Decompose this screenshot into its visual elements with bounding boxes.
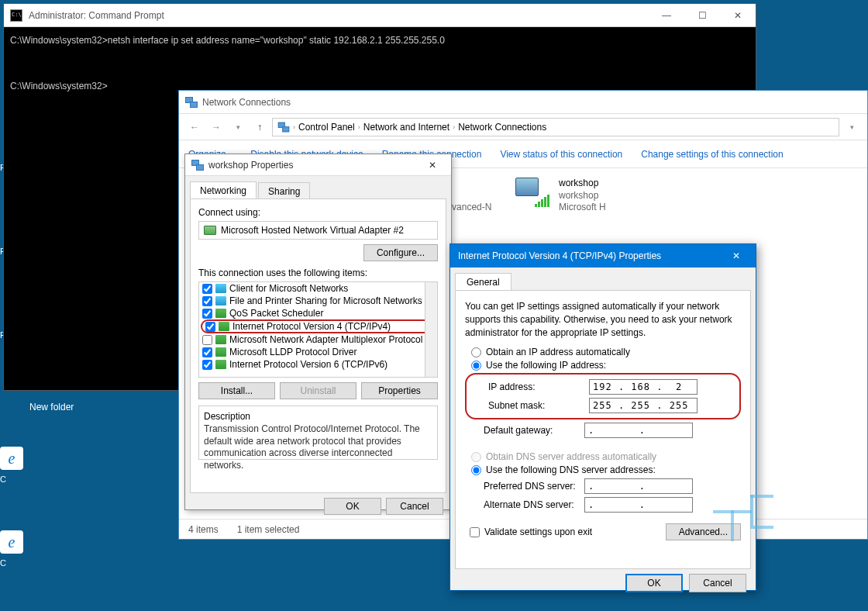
ip-address-label: IP address: — [488, 381, 589, 392]
install-button[interactable]: Install... — [198, 382, 275, 399]
checkbox[interactable] — [202, 347, 212, 357]
list-item[interactable]: File and Printer Sharing for Microsoft N… — [199, 295, 437, 307]
validate-row[interactable]: Validate settings upon exit Advanced... — [470, 523, 741, 540]
nc-titlebar[interactable]: Network Connections — [179, 91, 867, 114]
ipv4-body: You can get IP settings assigned automat… — [455, 290, 751, 569]
description-box: Description Transmission Control Protoco… — [198, 406, 438, 460]
protocol-icon — [215, 309, 226, 318]
connection-item-workshop[interactable]: workshop workshop Microsoft H — [514, 178, 607, 226]
ie-icon[interactable]: e — [0, 530, 23, 554]
validate-checkbox[interactable] — [470, 527, 480, 537]
checkbox[interactable] — [202, 284, 212, 294]
refresh-button[interactable]: ▾ — [842, 118, 861, 136]
close-button[interactable]: ✕ — [725, 247, 748, 265]
alternate-dns-input[interactable] — [584, 497, 693, 513]
scrollbar[interactable] — [425, 282, 437, 377]
close-button[interactable]: ✕ — [420, 157, 445, 174]
list-item-ipv4[interactable]: Internet Protocol Version 4 (TCP/IPv4) — [201, 319, 436, 333]
maximize-button[interactable]: ☐ — [684, 4, 720, 27]
radio-dns-auto: Obtain DNS server address automatically — [471, 451, 741, 462]
list-item[interactable]: Internet Protocol Version 6 (TCP/IPv6) — [199, 358, 437, 371]
breadcrumb-item[interactable]: Network Connections — [458, 122, 546, 133]
cancel-button[interactable]: Cancel — [689, 574, 746, 592]
items-label: This connection uses the following items… — [198, 268, 438, 278]
list-item[interactable]: Client for Microsoft Networks — [199, 282, 437, 295]
nc-nav: ← → ▾ ↑ › Control Panel › Network and In… — [179, 114, 867, 140]
radio-use-following[interactable]: Use the following IP address: — [471, 360, 741, 371]
ie-icon[interactable]: e — [0, 447, 23, 470]
radio[interactable] — [471, 361, 481, 371]
radio[interactable] — [471, 347, 481, 357]
protocol-icon — [215, 296, 226, 306]
radio — [471, 452, 481, 462]
adapter-field: Microsoft Hosted Network Virtual Adapter… — [198, 221, 438, 240]
clipped-text: C — [0, 473, 6, 485]
breadcrumb-item[interactable]: Control Panel — [298, 122, 355, 133]
preferred-dns-label: Preferred DNS server: — [484, 481, 584, 492]
minimize-button[interactable]: — — [649, 4, 684, 27]
network-icon — [191, 160, 204, 171]
subnet-mask-input[interactable] — [589, 398, 698, 413]
up-button[interactable]: ↑ — [250, 118, 269, 136]
view-status-button[interactable]: View status of this connection — [500, 149, 622, 160]
ok-button[interactable]: OK — [625, 574, 683, 592]
list-item[interactable]: QoS Packet Scheduler — [199, 307, 437, 319]
radio[interactable] — [471, 465, 481, 475]
subnet-mask-label: Subnet mask: — [488, 400, 589, 411]
props-title: workshop Properties — [208, 160, 420, 171]
checkbox[interactable] — [202, 335, 212, 345]
description-label: Description — [204, 411, 432, 422]
checkbox[interactable] — [205, 322, 215, 332]
cancel-button[interactable]: Cancel — [386, 498, 443, 515]
configure-button[interactable]: Configure... — [363, 244, 438, 261]
list-item[interactable]: Microsoft LLDP Protocol Driver — [199, 346, 437, 358]
properties-button[interactable]: Properties — [361, 382, 438, 399]
ipv4-title: Internet Protocol Version 4 (TCP/IPv4) P… — [458, 250, 725, 261]
ok-button[interactable]: OK — [324, 498, 381, 515]
cmd-titlebar[interactable]: Administrator: Command Prompt — ☐ ✕ — [4, 4, 756, 27]
nc-title: Network Connections — [202, 97, 867, 108]
protocol-icon — [215, 360, 226, 369]
chevron-right-icon: › — [453, 123, 455, 131]
tab-networking[interactable]: Networking — [190, 181, 257, 199]
ip-address-input[interactable] — [589, 379, 698, 395]
network-icon — [185, 97, 198, 108]
clipped-text: C — [0, 557, 6, 569]
chevron-right-icon: › — [358, 123, 360, 131]
breadcrumb[interactable]: › Control Panel › Network and Internet ›… — [272, 118, 839, 136]
checkbox[interactable] — [202, 296, 212, 306]
protocol-list[interactable]: Client for Microsoft Networks File and P… — [198, 281, 438, 378]
ipv4-titlebar[interactable]: Internet Protocol Version 4 (TCP/IPv4) P… — [450, 244, 756, 268]
props-tabs: Networking Sharing — [185, 176, 451, 198]
desktop-folder-label[interactable]: New folder — [29, 402, 74, 413]
connect-using-label: Connect using: — [198, 207, 438, 218]
protocol-icon — [215, 284, 226, 293]
props-titlebar[interactable]: workshop Properties ✕ — [185, 154, 451, 176]
workshop-properties-dialog: workshop Properties ✕ Networking Sharing… — [184, 154, 452, 510]
close-button[interactable]: ✕ — [720, 4, 756, 27]
protocol-icon — [219, 322, 229, 331]
ipv4-properties-dialog: Internet Protocol Version 4 (TCP/IPv4) P… — [450, 243, 756, 591]
history-button[interactable]: ▾ — [229, 118, 247, 136]
breadcrumb-item[interactable]: Network and Internet — [363, 122, 450, 133]
change-settings-button[interactable]: Change settings of this connection — [641, 149, 783, 160]
cmd-title: Administrator: Command Prompt — [29, 10, 649, 21]
tab-general[interactable]: General — [455, 273, 512, 291]
tab-sharing[interactable]: Sharing — [258, 182, 310, 200]
ip-fields-highlight: IP address: Subnet mask: — [465, 373, 741, 419]
watermark-icon — [713, 495, 775, 541]
gateway-input[interactable] — [584, 423, 693, 438]
checkbox[interactable] — [202, 360, 212, 370]
list-item[interactable]: Microsoft Network Adapter Multiplexor Pr… — [199, 333, 437, 346]
forward-button[interactable]: → — [207, 118, 226, 136]
radio-dns-manual[interactable]: Use the following DNS server addresses: — [471, 464, 741, 475]
gateway-label: Default gateway: — [484, 425, 584, 436]
back-button[interactable]: ← — [185, 118, 204, 136]
preferred-dns-input[interactable] — [584, 478, 693, 494]
checkbox[interactable] — [202, 309, 212, 319]
protocol-icon — [215, 335, 226, 344]
wifi-icon — [514, 178, 551, 207]
radio-obtain-auto[interactable]: Obtain an IP address automatically — [471, 347, 741, 357]
chevron-right-icon: › — [293, 123, 295, 131]
props-body: Connect using: Microsoft Hosted Network … — [190, 198, 446, 493]
